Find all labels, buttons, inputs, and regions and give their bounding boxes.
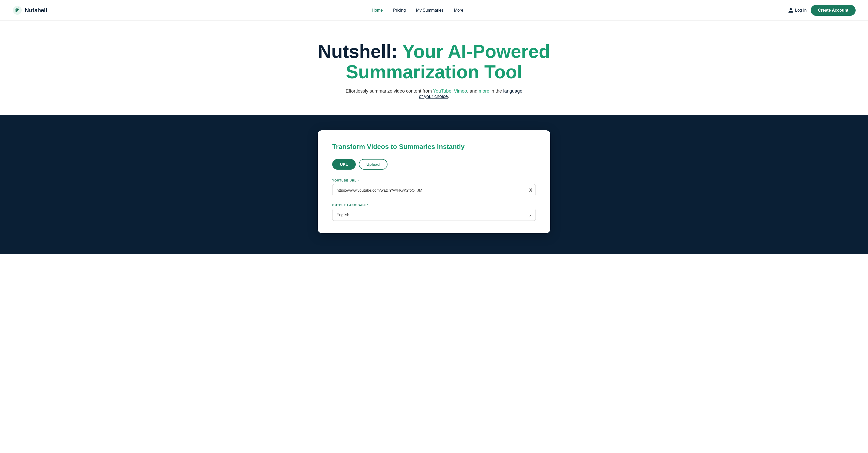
language-field-group: OUTPUT LANGUAGE * English Spanish French…	[332, 203, 536, 221]
nav-right: Log In Create Account	[788, 5, 856, 16]
url-field-group: YOUTUBE URL * X	[332, 179, 536, 196]
nav-item-home[interactable]: Home	[372, 8, 383, 13]
dark-section: Transform Videos to Summaries Instantly …	[0, 115, 868, 254]
login-button[interactable]: Log In	[788, 7, 807, 13]
nav-item-my-summaries[interactable]: My Summaries	[416, 8, 444, 13]
nav-item-more[interactable]: More	[454, 8, 463, 13]
hero-section: Nutshell: Your AI-Powered Summarization …	[0, 21, 868, 115]
navbar: Nutshell Home Pricing My Summaries More …	[0, 0, 868, 21]
nav-link-home[interactable]: Home	[372, 8, 383, 12]
upload-tab[interactable]: Upload	[359, 159, 388, 170]
url-label: YOUTUBE URL *	[332, 179, 536, 182]
nav-link-more[interactable]: More	[454, 8, 463, 12]
logo-icon	[12, 5, 22, 15]
person-icon	[788, 7, 794, 13]
youtube-link[interactable]: YouTube	[433, 88, 451, 93]
summary-card: Transform Videos to Summaries Instantly …	[318, 130, 550, 233]
more-link[interactable]: more	[479, 88, 489, 93]
vimeo-link[interactable]: Vimeo	[454, 88, 467, 93]
hero-title: Nutshell: Your AI-Powered Summarization …	[318, 41, 550, 82]
language-label: OUTPUT LANGUAGE *	[332, 203, 536, 206]
language-select-wrapper: English Spanish French German Portuguese…	[332, 209, 536, 221]
login-label: Log In	[795, 8, 807, 13]
nav-link-my-summaries[interactable]: My Summaries	[416, 8, 444, 12]
nav-item-pricing[interactable]: Pricing	[393, 8, 406, 13]
nav-link-pricing[interactable]: Pricing	[393, 8, 406, 12]
card-title: Transform Videos to Summaries Instantly	[332, 143, 536, 151]
logo-text: Nutshell	[25, 7, 47, 14]
hero-subtitle: Effortlessly summarize video content fro…	[344, 88, 524, 99]
tab-group: URL Upload	[332, 159, 536, 170]
url-input[interactable]	[332, 184, 536, 196]
logo[interactable]: Nutshell	[12, 5, 47, 15]
clear-url-button[interactable]: X	[529, 188, 532, 193]
url-input-wrapper: X	[332, 184, 536, 196]
url-tab[interactable]: URL	[332, 159, 356, 170]
hero-title-prefix: Nutshell:	[318, 41, 398, 62]
create-account-button[interactable]: Create Account	[811, 5, 856, 16]
nav-links: Home Pricing My Summaries More	[372, 8, 463, 13]
language-select[interactable]: English Spanish French German Portuguese…	[332, 209, 536, 221]
